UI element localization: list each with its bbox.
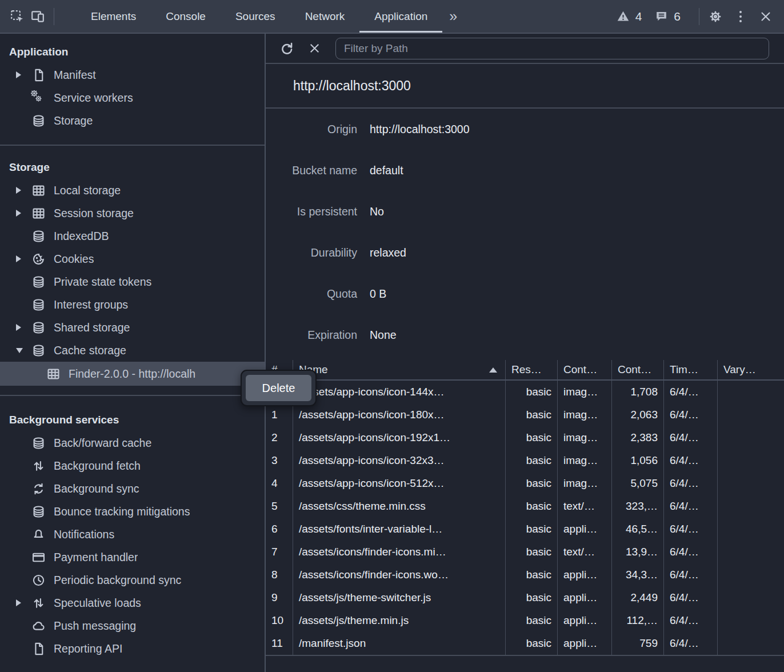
table-row[interactable]: 10 /assets/js/theme.min.js basic appli… …	[266, 609, 784, 632]
cloud-icon	[31, 618, 46, 634]
chevron-right-icon[interactable]	[16, 210, 31, 217]
database-icon	[31, 343, 46, 358]
section-header-storage: Storage	[0, 156, 265, 179]
field-value: None	[370, 329, 397, 342]
refresh-icon[interactable]	[276, 38, 298, 59]
table-row[interactable]: 5 /assets/css/theme.min.css basic text/……	[266, 495, 784, 518]
settings-gear-icon[interactable]	[705, 6, 726, 27]
up-down-arrows-icon	[31, 595, 46, 611]
sidebar-item-label: IndexedDB	[54, 230, 109, 243]
context-menu: Delete	[241, 370, 317, 406]
document-icon	[31, 67, 46, 83]
section-header-background-services: Background services	[0, 409, 265, 431]
table-row[interactable]: 4 /assets/app-icons/icon-512x… basic ima…	[266, 472, 784, 495]
sidebar-item-cache-storage[interactable]: Cache storage	[0, 339, 265, 362]
sidebar-item-local-storage[interactable]: Local storage	[0, 179, 265, 202]
sidebar-item-session-storage[interactable]: Session storage	[0, 202, 265, 225]
console-messages-badge[interactable]: 6	[654, 9, 681, 23]
table-bottom-divider	[266, 655, 784, 656]
sidebar-item-speculative-loads[interactable]: Speculative loads	[0, 591, 265, 614]
cookie-icon	[31, 251, 46, 267]
sidebar-item-service-workers[interactable]: Service workers	[0, 86, 265, 109]
table-row[interactable]: 1 /assets/app-icons/icon-180x… basic ima…	[266, 403, 784, 426]
table-row[interactable]: 3 /assets/app-icons/icon-32x3… basic ima…	[266, 449, 784, 472]
sidebar-item-label: Payment handler	[54, 551, 138, 564]
device-toolbar-icon[interactable]	[27, 6, 48, 27]
table-row[interactable]: 11 /manifest.json basic appli… 759 6/4/…	[266, 632, 784, 655]
column-header-content-length[interactable]: Cont…	[612, 360, 664, 379]
context-menu-item-delete[interactable]: Delete	[246, 375, 311, 401]
sidebar-item-indexeddb[interactable]: IndexedDB	[0, 225, 265, 247]
field-row: Is persistent No	[266, 191, 784, 232]
warnings-badge[interactable]: 4	[616, 9, 642, 23]
column-header-content-type[interactable]: Cont…	[558, 360, 612, 379]
chevron-right-icon[interactable]	[16, 324, 31, 331]
more-tabs-icon[interactable]: »	[442, 0, 464, 33]
chevron-right-icon[interactable]	[16, 187, 31, 194]
table-row[interactable]: 2 /assets/app-icons/icon-192x1… basic im…	[266, 426, 784, 449]
database-icon	[31, 320, 46, 335]
column-header-time[interactable]: Tim…	[664, 360, 718, 379]
sidebar-item-label: Storage	[54, 114, 93, 127]
cache-entries-table: # Name Res… Cont… Cont… Tim… Vary… 0 /as…	[266, 360, 784, 656]
section-divider	[0, 145, 265, 146]
close-devtools-icon[interactable]	[755, 6, 776, 27]
field-label: Origin	[266, 123, 357, 136]
inspect-element-icon[interactable]	[7, 6, 27, 27]
sidebar-item-label: Speculative loads	[54, 597, 141, 610]
chevron-right-icon[interactable]	[16, 71, 31, 78]
clock-icon	[31, 573, 46, 588]
column-header-vary[interactable]: Vary…	[718, 360, 784, 379]
column-header-response-type[interactable]: Res…	[506, 360, 558, 379]
sidebar-item-shared-storage[interactable]: Shared storage	[0, 316, 265, 339]
table-header-row: # Name Res… Cont… Cont… Tim… Vary…	[266, 360, 784, 381]
sidebar-item-push-messaging[interactable]: Push messaging	[0, 614, 265, 637]
sidebar-item-interest-groups[interactable]: Interest groups	[0, 293, 265, 316]
sidebar-item-label: Periodic background sync	[54, 574, 181, 587]
tab-application[interactable]: Application	[359, 0, 442, 33]
sidebar-item-manifest[interactable]: Manifest	[0, 63, 265, 86]
sidebar-item-background-fetch[interactable]: Background fetch	[0, 454, 265, 477]
sidebar-item-label: Back/forward cache	[54, 437, 151, 450]
column-header-name[interactable]: Name	[293, 360, 506, 379]
sidebar-item-cookies[interactable]: Cookies	[0, 247, 265, 270]
chevron-down-icon[interactable]	[16, 348, 31, 353]
chevron-right-icon[interactable]	[16, 599, 31, 606]
table-icon	[31, 206, 46, 221]
sync-icon	[31, 481, 46, 497]
table-row[interactable]: 6 /assets/fonts/inter-variable-l… basic …	[266, 518, 784, 541]
tab-console[interactable]: Console	[151, 0, 221, 33]
filter-by-path-input[interactable]	[335, 38, 769, 59]
warning-count: 4	[635, 10, 642, 23]
tab-network[interactable]: Network	[290, 0, 360, 33]
table-row[interactable]: 0 /assets/app-icons/icon-144x… basic ima…	[266, 381, 784, 403]
sidebar-item-reporting-api[interactable]: Reporting API	[0, 637, 265, 660]
application-sidebar: Application Manifest Service workers Sto…	[0, 34, 266, 672]
sidebar-item-bounce-tracking[interactable]: Bounce tracking mitigations	[0, 500, 265, 523]
table-row[interactable]: 9 /assets/js/theme-switcher.js basic app…	[266, 586, 784, 609]
table-row[interactable]: 7 /assets/icons/finder-icons.mi… basic t…	[266, 541, 784, 563]
sidebar-item-storage[interactable]: Storage	[0, 109, 265, 132]
sidebar-item-cache-finder[interactable]: Finder-2.0.0 - http://localh	[0, 362, 265, 386]
field-value: relaxed	[370, 246, 406, 259]
sidebar-item-payment-handler[interactable]: Payment handler	[0, 546, 265, 569]
field-label: Bucket name	[266, 164, 357, 177]
tab-sources[interactable]: Sources	[221, 0, 290, 33]
kebab-menu-icon[interactable]	[730, 6, 751, 27]
sidebar-item-label: Interest groups	[54, 298, 128, 311]
sidebar-item-notifications[interactable]: Notifications	[0, 523, 265, 546]
chevron-right-icon[interactable]	[16, 255, 31, 262]
sidebar-item-label: Finder-2.0.0 - http://localh	[69, 367, 195, 381]
sidebar-item-label: Push messaging	[54, 619, 136, 633]
sidebar-item-back-forward-cache[interactable]: Back/forward cache	[0, 431, 265, 454]
sidebar-item-periodic-background-sync[interactable]: Periodic background sync	[0, 569, 265, 591]
panel-tabs: Elements Console Sources Network Applica…	[76, 0, 464, 33]
sidebar-item-background-sync[interactable]: Background sync	[0, 477, 265, 500]
table-row[interactable]: 8 /assets/icons/finder-icons.wo… basic a…	[266, 563, 784, 586]
clear-icon[interactable]	[303, 38, 325, 59]
origin-title: http://localhost:3000	[266, 64, 784, 109]
sidebar-item-private-state-tokens[interactable]: Private state tokens	[0, 270, 265, 293]
table-icon	[31, 183, 46, 198]
tab-elements[interactable]: Elements	[76, 0, 151, 33]
field-value: http://localhost:3000	[370, 123, 470, 136]
